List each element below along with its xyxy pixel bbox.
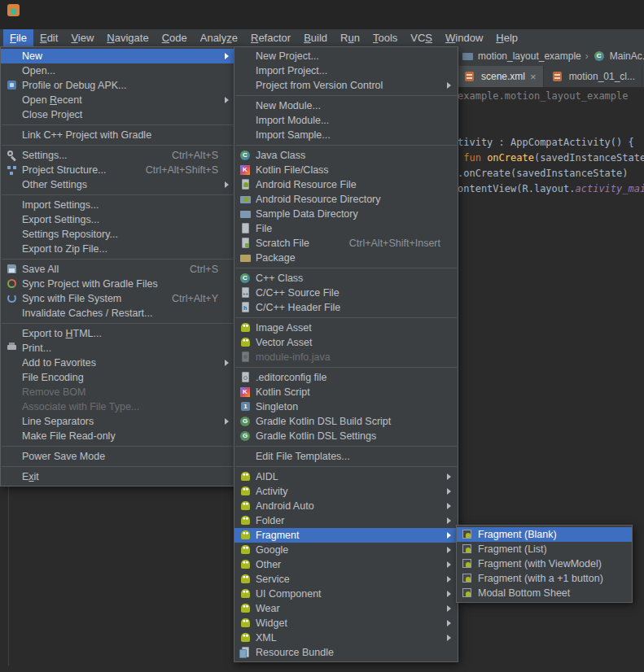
menu-item[interactable]: Project from Version Control: [234, 78, 458, 93]
menu-item[interactable]: Invalidate Caches / Restart...: [1, 306, 235, 321]
menu-item[interactable]: File: [234, 221, 458, 236]
menubar-item[interactable]: Analyze: [194, 29, 244, 46]
file-icon: [239, 222, 253, 235]
menu-item[interactable]: Modal Bottom Sheet: [457, 586, 632, 600]
menu-item[interactable]: Gradle Kotlin DSL Settings: [234, 429, 458, 443]
menu-item[interactable]: Add to Favorites: [1, 356, 235, 370]
menu-item[interactable]: Fragment (List): [457, 542, 632, 556]
menu-item[interactable]: Gradle Kotlin DSL Build Script: [234, 414, 458, 429]
menubar-item[interactable]: Code: [156, 29, 194, 46]
menu-item[interactable]: XML: [234, 631, 458, 645]
menu-item[interactable]: Google: [234, 543, 458, 557]
menu-item[interactable]: Package: [234, 251, 458, 265]
menubar-item[interactable]: Refactor: [244, 29, 297, 46]
empty-icon-slot: [5, 400, 20, 413]
menu-item[interactable]: Fragment: [234, 528, 458, 543]
menubar-item[interactable]: File: [3, 29, 33, 46]
empty-icon-slot: [5, 327, 20, 340]
menu-item-label: Other Settings: [22, 179, 218, 190]
menu-item[interactable]: Export to HTML...: [1, 326, 235, 341]
menu-item[interactable]: Open...: [1, 63, 235, 78]
menu-item-label: Android Resource File: [256, 179, 440, 190]
breadcrumb-item[interactable]: › MainAc...: [581, 50, 644, 63]
menu-item[interactable]: Wear: [234, 601, 458, 616]
menu-item[interactable]: Widget: [234, 616, 458, 631]
menu-item[interactable]: Import Module...: [234, 113, 458, 128]
menu-item[interactable]: File Encoding: [1, 370, 235, 385]
menu-item[interactable]: UI Component: [234, 587, 458, 601]
menu-item[interactable]: Remove BOM: [1, 385, 235, 399]
panel-divider[interactable]: [8, 485, 9, 665]
menubar-item[interactable]: Window: [439, 29, 489, 46]
menu-item[interactable]: Export to Zip File...: [1, 242, 235, 256]
menu-item[interactable]: Settings... Ctrl+Alt+S: [1, 148, 235, 163]
menubar-item[interactable]: Help: [489, 29, 524, 46]
menu-item[interactable]: Java Class: [234, 148, 458, 163]
menu-item[interactable]: Exit: [1, 469, 235, 484]
menu-item[interactable]: Activity: [234, 484, 458, 499]
menubar-item[interactable]: View: [64, 29, 100, 46]
menu-item[interactable]: Open Recent: [1, 93, 235, 107]
menu-item[interactable]: Print...: [1, 341, 235, 356]
menu-item[interactable]: Export Settings...: [1, 212, 235, 227]
menu-item[interactable]: New Module...: [234, 98, 458, 113]
menu-item[interactable]: Close Project: [1, 107, 235, 122]
menu-item[interactable]: Android Auto: [234, 499, 458, 513]
menu-item[interactable]: New: [1, 49, 235, 63]
menu-item[interactable]: Android Resource File: [234, 177, 458, 192]
menu-item[interactable]: Fragment (with a +1 button): [457, 571, 632, 586]
empty-icon-slot: [239, 129, 253, 142]
menu-item[interactable]: C/C++ Source File: [234, 286, 458, 300]
menu-item[interactable]: Other Settings: [1, 177, 235, 192]
menu-item[interactable]: Associate with File Type...: [1, 399, 235, 414]
menubar-item[interactable]: Build: [297, 29, 334, 46]
menu-item[interactable]: Image Asset: [234, 321, 458, 335]
menubar-item[interactable]: Tools: [366, 29, 404, 46]
menu-item[interactable]: Fragment (Blank): [457, 527, 632, 542]
menu-item[interactable]: Sync with File System Ctrl+Alt+Y: [1, 291, 235, 306]
menu-item[interactable]: Project Structure... Ctrl+Alt+Shift+S: [1, 163, 235, 177]
menubar-item-label: File: [10, 32, 27, 44]
menu-item[interactable]: .editorconfig file: [234, 370, 458, 385]
menu-item-label: Save All: [22, 264, 177, 275]
editor-tab[interactable]: scene.xml ×: [456, 66, 544, 87]
menu-item[interactable]: Singleton: [234, 399, 458, 414]
menubar-item[interactable]: Navigate: [100, 29, 155, 46]
menu-item[interactable]: New Project...: [234, 49, 458, 63]
menu-item-label: Exit: [22, 471, 218, 482]
menu-item[interactable]: Save All Ctrl+S: [1, 262, 235, 277]
menu-item[interactable]: Service: [234, 572, 458, 587]
menubar-item[interactable]: VCS: [404, 29, 439, 46]
menu-item[interactable]: Scratch File Ctrl+Alt+Shift+Insert: [234, 236, 458, 251]
menu-item[interactable]: Resource Bundle: [234, 645, 458, 660]
menu-item[interactable]: Folder: [234, 513, 458, 528]
breadcrumb-item[interactable]: motion_layout_example: [461, 50, 581, 63]
menu-item[interactable]: Sample Data Directory: [234, 207, 458, 221]
menu-item[interactable]: Fragment (with ViewModel): [457, 556, 632, 571]
menu-item[interactable]: Import Sample...: [234, 128, 458, 142]
menu-item[interactable]: Line Separators: [1, 414, 235, 429]
menu-item[interactable]: Power Save Mode: [1, 449, 235, 464]
close-tab-icon[interactable]: ×: [530, 72, 537, 82]
menubar-item[interactable]: Edit: [33, 29, 64, 46]
menu-item[interactable]: C++ Class: [234, 271, 458, 286]
menu-item[interactable]: AIDL: [234, 469, 458, 484]
menu-item[interactable]: Android Resource Directory: [234, 192, 458, 207]
menu-item[interactable]: Import Settings...: [1, 198, 235, 212]
menu-item[interactable]: Kotlin Script: [234, 385, 458, 399]
menu-item[interactable]: C/C++ Header File: [234, 300, 458, 315]
menu-item[interactable]: Edit File Templates...: [234, 449, 458, 464]
menubar-item[interactable]: Run: [334, 29, 366, 46]
menu-item[interactable]: Profile or Debug APK...: [1, 78, 235, 93]
editor-tab[interactable]: motion_01_cl...: [544, 66, 642, 87]
menu-item[interactable]: Link C++ Project with Gradle: [1, 128, 235, 142]
save-icon: [5, 263, 20, 276]
menu-item[interactable]: Vector Asset: [234, 335, 458, 350]
menu-item[interactable]: Import Project...: [234, 63, 458, 78]
menu-item[interactable]: Make File Read-only: [1, 429, 235, 443]
menu-item[interactable]: Kotlin File/Class: [234, 163, 458, 177]
menu-item[interactable]: Other: [234, 557, 458, 572]
menu-item[interactable]: Settings Repository...: [1, 227, 235, 242]
menu-item[interactable]: Sync Project with Gradle Files: [1, 277, 235, 291]
menu-item[interactable]: module-info.java: [234, 350, 458, 364]
